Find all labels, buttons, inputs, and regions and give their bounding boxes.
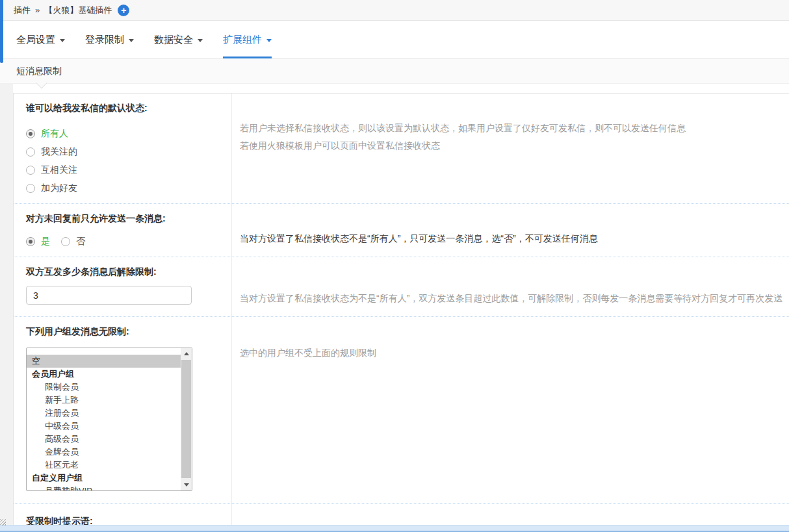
scrollbar-thumb[interactable] [181, 360, 191, 478]
tab-label: 登录限制 [85, 34, 124, 46]
radio-group-default-pm-state: 所有人 我关注的 互相关注 加为好友 [26, 125, 231, 197]
listbox-option[interactable]: 月费赞助VIP [27, 485, 192, 491]
bottom-edge-strip [0, 525, 789, 532]
listbox-option[interactable]: 社区元老 [27, 459, 192, 472]
radio-icon [61, 237, 70, 246]
radio-icon [26, 129, 35, 138]
radio-label: 互相关注 [41, 164, 77, 176]
radio-label: 我关注的 [41, 146, 77, 158]
resize-handle-icon [0, 519, 6, 526]
listbox-option[interactable]: 新手上路 [27, 394, 192, 407]
help-text: 当对方设置了私信接收状态不是“所有人”，只可发送一条消息，选“否”，不可发送任何… [231, 204, 789, 257]
radio-option-everyone[interactable]: 所有人 [26, 125, 231, 143]
section-one-message-before-reply: 对方未回复前只允许发送一条消息: 是 否 当对方设置了私信接收状态不是“所有人”… [14, 204, 789, 257]
radio-icon [26, 166, 35, 175]
radio-option-following[interactable]: 我关注的 [26, 143, 231, 161]
radio-icon [26, 147, 35, 157]
scroll-down-icon[interactable] [181, 479, 192, 490]
section-unlimited-usergroups: 下列用户组发消息无限制: 空 会员用户组 限制会员 新手上路 注册会员 中级会员… [14, 317, 789, 504]
left-gutter [0, 84, 13, 532]
listbox-scrollbar[interactable] [181, 348, 192, 490]
tab-extensions[interactable]: 扩展组件 [223, 21, 272, 58]
chevron-down-icon [129, 39, 134, 42]
main-tabbar: 全局设置 登录限制 数据安全 扩展组件 [0, 21, 789, 58]
chevron-down-icon [198, 39, 203, 42]
listbox-group-member-groups: 会员用户组 [27, 368, 192, 381]
breadcrumb-root-link[interactable]: 插件 [14, 5, 31, 16]
left-edge-accent-bar [0, 0, 3, 63]
sub-tabbar: 短消息限制 [0, 59, 789, 84]
help-line: 当对方设置了私信接收状态为不是“所有人”，双方发送条目超过此数值，可解除限制，否… [240, 290, 789, 307]
message-count-input[interactable] [26, 286, 192, 305]
radio-option-mutual-follow[interactable]: 互相关注 [26, 161, 231, 179]
radio-label: 否 [76, 236, 85, 247]
section-title: 双方互发多少条消息后解除限制: [26, 266, 231, 278]
help-line: 若使用火狼模板用户可以页面中设置私信接收状态 [240, 137, 789, 155]
section-title: 对方未回复前只允许发送一条消息: [26, 213, 231, 225]
section-unlock-message-count: 双方互发多少条消息后解除限制: 当对方设置了私信接收状态为不是“所有人”，双方发… [14, 257, 789, 317]
listbox-group-custom-groups: 自定义用户组 [27, 472, 192, 485]
radio-group-one-message: 是 否 [26, 233, 231, 251]
tab-data-security[interactable]: 数据安全 [154, 21, 203, 58]
plugin-settings-page: 插件 » 【火狼】基础插件 + 全局设置 登录限制 数据安全 扩展组件 短消息限… [0, 0, 789, 532]
help-line: 选中的用户组不受上面的规则限制 [240, 344, 789, 362]
radio-option-no[interactable]: 否 [61, 236, 85, 247]
listbox-option[interactable]: 金牌会员 [27, 446, 192, 459]
listbox-option-empty[interactable]: 空 [27, 355, 181, 368]
breadcrumb-current: 【火狼】基础插件 [44, 5, 112, 16]
scroll-up-icon[interactable] [181, 348, 192, 359]
radio-icon [26, 184, 35, 193]
listbox-option[interactable]: 限制会员 [27, 381, 192, 394]
tab-login-limit[interactable]: 登录限制 [85, 21, 134, 58]
help-line: 若用户未选择私信接收状态，则以该设置为默认状态，如果用户设置了仅好友可发私信，则… [240, 120, 789, 137]
help-text: 若用户未选择私信接收状态，则以该设置为默认状态，如果用户设置了仅好友可发私信，则… [231, 94, 789, 203]
settings-panel: 谁可以给我发私信的默认状态: 所有人 我关注的 互相关注 [13, 93, 789, 532]
section-default-pm-state: 谁可以给我发私信的默认状态: 所有人 我关注的 互相关注 [14, 94, 789, 204]
tab-label: 数据安全 [154, 34, 193, 46]
listbox-option[interactable]: 高级会员 [27, 433, 192, 446]
tab-label: 全局设置 [16, 34, 55, 46]
help-text: 选中的用户组不受上面的规则限制 [231, 317, 789, 503]
breadcrumb-separator: » [35, 5, 40, 15]
tab-label: 扩展组件 [223, 34, 262, 46]
listbox-option[interactable]: 中级会员 [27, 420, 192, 433]
breadcrumb: 插件 » 【火狼】基础插件 + [0, 0, 789, 21]
radio-label: 所有人 [41, 128, 68, 140]
radio-icon [26, 237, 35, 246]
plus-icon[interactable]: + [118, 5, 129, 16]
section-title: 谁可以给我发私信的默认状态: [26, 103, 231, 114]
tab-global-settings[interactable]: 全局设置 [16, 21, 65, 58]
subtab-short-message-limit[interactable]: 短消息限制 [16, 66, 62, 77]
listbox-option[interactable]: 注册会员 [27, 407, 192, 420]
radio-label: 是 [41, 236, 50, 247]
radio-option-yes[interactable]: 是 [26, 236, 50, 247]
radio-option-friends[interactable]: 加为好友 [26, 179, 231, 197]
help-line: 当对方设置了私信接收状态不是“所有人”，只可发送一条消息，选“否”，不可发送任何… [240, 230, 789, 247]
chevron-down-icon [266, 39, 272, 42]
section-title: 下列用户组发消息无限制: [26, 326, 231, 338]
chevron-down-icon [60, 39, 65, 42]
radio-label: 加为好友 [41, 183, 77, 194]
usergroup-listbox[interactable]: 空 会员用户组 限制会员 新手上路 注册会员 中级会员 高级会员 金牌会员 社区… [26, 348, 192, 491]
help-text: 当对方设置了私信接收状态为不是“所有人”，双方发送条目超过此数值，可解除限制，否… [231, 257, 789, 316]
